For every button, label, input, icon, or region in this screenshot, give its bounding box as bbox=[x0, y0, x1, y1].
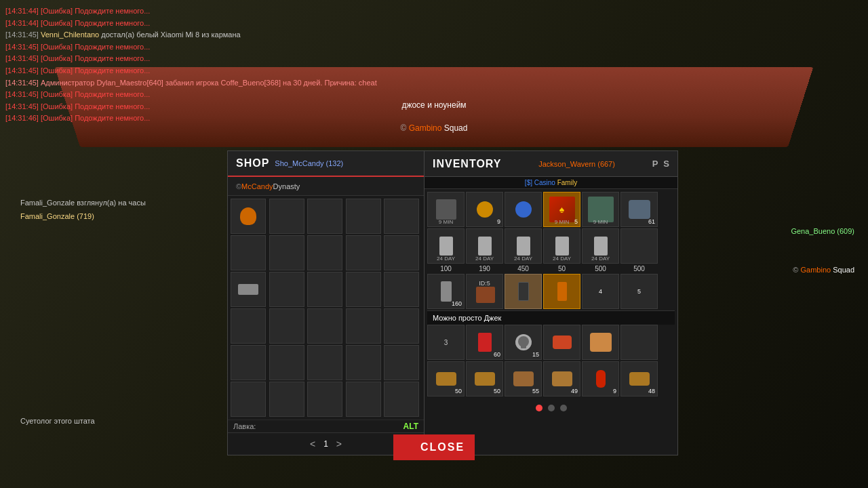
shop-cell[interactable] bbox=[346, 382, 381, 417]
tooltip-bar: Можно просто Джек bbox=[427, 310, 675, 325]
shirt-icon bbox=[476, 287, 495, 303]
inv-cell[interactable]: 15 bbox=[505, 325, 542, 360]
shop-cell[interactable] bbox=[346, 345, 381, 380]
shop-cell[interactable] bbox=[307, 382, 342, 417]
pumpkin-icon bbox=[240, 207, 256, 225]
number-cell: 50 bbox=[543, 265, 580, 272]
inventory-header: INVENTORY Jackson_Wavern (667) P S bbox=[425, 151, 677, 177]
shop-cell[interactable] bbox=[231, 199, 266, 234]
shop-cell[interactable] bbox=[231, 382, 266, 417]
shop-cell[interactable] bbox=[346, 272, 381, 307]
loot-label: Лавка: bbox=[233, 422, 256, 430]
inv-cell[interactable]: 61 bbox=[620, 192, 658, 227]
shop-cell[interactable] bbox=[269, 272, 304, 307]
inv-cell-casino[interactable]: ♠ 5 9 MIN bbox=[543, 192, 580, 227]
inv-row-2: 24 DAY 24 DAY 24 DAY 24 DAY 24 DAY bbox=[427, 228, 675, 264]
shop-cell[interactable] bbox=[231, 272, 266, 307]
inv-cell[interactable]: 3 bbox=[427, 325, 465, 360]
shop-header: SHOP Sho_McCandy (132) bbox=[228, 151, 424, 177]
shop-cell[interactable] bbox=[346, 308, 381, 344]
blue-circle-icon bbox=[515, 201, 532, 218]
inv-cell[interactable]: 49 bbox=[543, 361, 580, 396]
inv-cell[interactable]: 24 DAY bbox=[427, 228, 465, 264]
bread-icon bbox=[629, 372, 650, 386]
inv-cell[interactable]: 4 bbox=[582, 274, 619, 309]
inv-cell[interactable]: 160 bbox=[427, 274, 465, 309]
shop-cell[interactable] bbox=[384, 272, 419, 307]
scroll-icon bbox=[594, 237, 608, 256]
inv-cell[interactable]: 5 bbox=[620, 274, 658, 309]
inv-cell[interactable]: 9 MIN bbox=[582, 192, 619, 227]
shop-cell[interactable] bbox=[269, 199, 304, 234]
inventory-body: 9 MIN 9 ♠ 5 9 MIN 9 MIN bbox=[425, 189, 677, 401]
numbers-row-1: 100 190 450 50 500 500 bbox=[427, 265, 675, 272]
inv-cell[interactable]: ID:5 bbox=[466, 274, 503, 309]
shop-player-name: Sho_McCandy (132) bbox=[275, 159, 343, 167]
cell-time: 24 DAY bbox=[553, 256, 571, 262]
shop-cell[interactable] bbox=[346, 235, 381, 270]
inv-cell[interactable] bbox=[505, 274, 542, 309]
inv-cell[interactable]: 24 DAY bbox=[543, 228, 580, 264]
inv-cell[interactable] bbox=[582, 325, 619, 360]
cell-count: 50 bbox=[455, 388, 462, 394]
inv-cell[interactable]: 24 DAY bbox=[582, 228, 619, 264]
inv-cell[interactable]: 50 bbox=[466, 361, 503, 396]
s-label[interactable]: S bbox=[663, 159, 669, 169]
shop-cell[interactable] bbox=[307, 345, 342, 380]
inv-cell[interactable]: 48 bbox=[620, 361, 658, 396]
bread-icon bbox=[436, 372, 456, 386]
scroll-icon bbox=[517, 237, 530, 256]
shop-cell[interactable] bbox=[307, 308, 342, 344]
inv-row-3: 160 ID:5 4 5 bbox=[427, 274, 675, 309]
inv-cell[interactable]: 9 bbox=[582, 361, 619, 396]
shop-cell[interactable] bbox=[384, 308, 419, 344]
phone-light-icon bbox=[557, 282, 567, 301]
cell-count: 5 bbox=[637, 288, 641, 295]
page-dot-1[interactable] bbox=[536, 405, 542, 411]
shop-cell[interactable] bbox=[269, 382, 304, 417]
shop-cell[interactable] bbox=[231, 345, 266, 380]
shop-cell[interactable] bbox=[231, 308, 266, 344]
inv-cell[interactable]: 60 bbox=[466, 325, 503, 360]
shop-cell[interactable] bbox=[307, 199, 342, 234]
inv-cell[interactable] bbox=[505, 192, 542, 227]
shop-cell[interactable] bbox=[307, 272, 342, 307]
inv-cell[interactable]: 50 bbox=[427, 361, 465, 396]
shop-cell[interactable] bbox=[384, 199, 419, 234]
inv-cell[interactable] bbox=[620, 325, 658, 360]
inv-cell[interactable]: 9 bbox=[466, 192, 503, 227]
shop-cell[interactable] bbox=[307, 235, 342, 270]
brain-icon bbox=[552, 371, 572, 386]
scroll-icon bbox=[478, 237, 492, 256]
ketchup-icon bbox=[596, 370, 606, 388]
shop-cell[interactable] bbox=[384, 382, 419, 417]
page-dot-2[interactable] bbox=[548, 405, 555, 411]
shop-cell[interactable] bbox=[384, 235, 419, 270]
close-button[interactable]: CLOSE bbox=[393, 434, 475, 460]
cell-time: 24 DAY bbox=[514, 256, 532, 262]
shop-cell[interactable] bbox=[269, 308, 304, 344]
inv-cell[interactable]: 55 bbox=[505, 361, 542, 396]
inv-cell[interactable]: 9 MIN bbox=[427, 192, 465, 227]
cell-time: 9 MIN bbox=[439, 219, 453, 225]
family-bar: [$] Casino Family bbox=[425, 177, 677, 189]
shop-cell[interactable] bbox=[269, 235, 304, 270]
gun-icon bbox=[441, 281, 452, 302]
loot-row: Лавка: ALT bbox=[228, 420, 424, 432]
shop-cell[interactable] bbox=[269, 345, 304, 380]
shop-cell[interactable] bbox=[346, 199, 381, 234]
page-prev-button[interactable]: < bbox=[310, 439, 315, 449]
main-panel: SHOP Sho_McCandy (132) © McCandy Dynasty bbox=[227, 150, 678, 455]
inv-cell[interactable]: 24 DAY bbox=[505, 228, 542, 264]
coin-icon bbox=[477, 201, 493, 218]
shop-cell[interactable] bbox=[231, 235, 266, 270]
page-next-button[interactable]: > bbox=[336, 439, 342, 449]
inv-cell[interactable]: 24 DAY bbox=[466, 228, 503, 264]
p-label[interactable]: P bbox=[652, 159, 658, 169]
shop-cell[interactable] bbox=[384, 345, 419, 380]
inv-cell[interactable] bbox=[543, 325, 580, 360]
inventory-title: INVENTORY bbox=[433, 158, 501, 170]
inv-cell[interactable] bbox=[620, 228, 658, 264]
page-dot-3[interactable] bbox=[560, 405, 567, 411]
inv-cell-highlighted[interactable] bbox=[543, 274, 580, 309]
